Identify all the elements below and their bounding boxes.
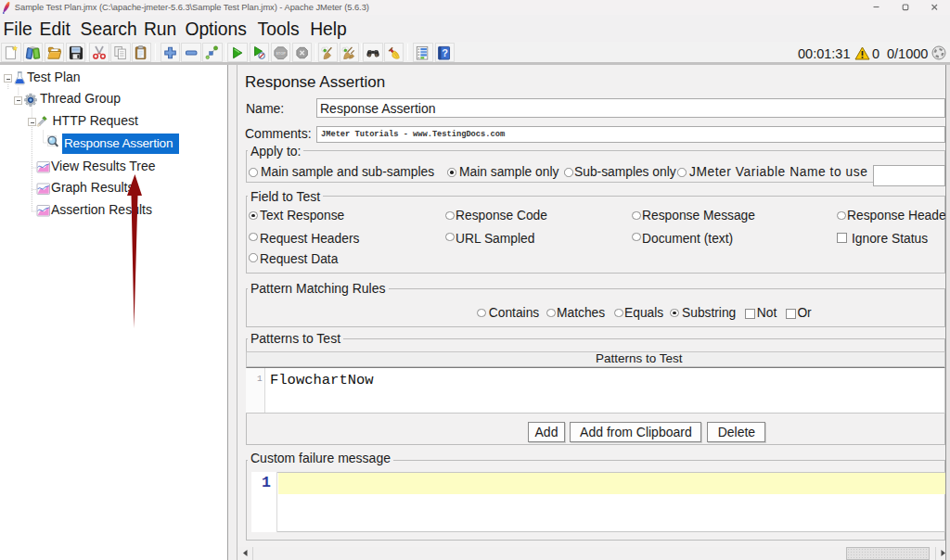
svg-text:?: ?: [442, 47, 448, 58]
svg-text:STOP: STOP: [276, 51, 286, 56]
